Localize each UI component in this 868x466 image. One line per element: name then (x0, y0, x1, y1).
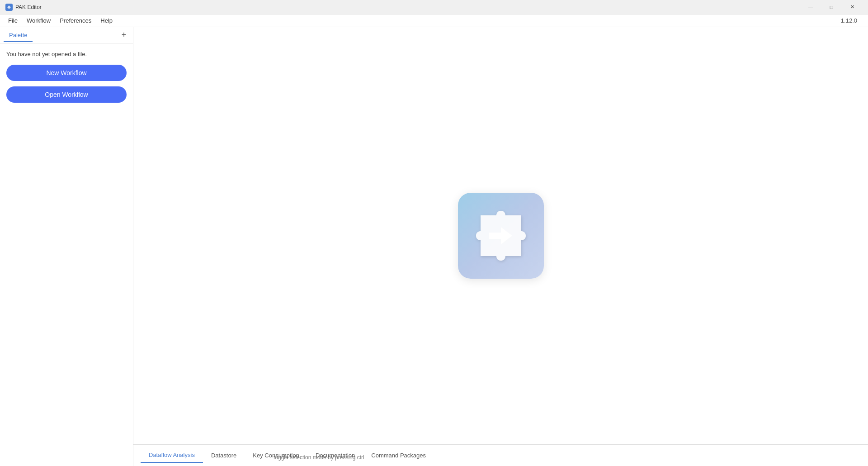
no-file-message: You have not yet opened a file. (6, 51, 127, 57)
app-logo (458, 193, 544, 279)
canvas-main (133, 27, 868, 444)
maximize-button[interactable]: □ (821, 0, 842, 14)
menu-help[interactable]: Help (96, 15, 117, 26)
bottom-tab-datastore[interactable]: Datastore (203, 448, 245, 462)
app-title: PAK Editor (15, 4, 800, 10)
close-button[interactable]: ✕ (842, 0, 863, 14)
open-workflow-button[interactable]: Open Workflow (6, 86, 127, 103)
bottom-tab-command-packages[interactable]: Command Packages (363, 448, 434, 462)
main-container: Palette + You have not yet opened a file… (0, 27, 868, 466)
window-controls: — □ ✕ (800, 0, 863, 14)
bottom-tab-dataflow-analysis[interactable]: Dataflow Analysis (141, 448, 203, 463)
new-workflow-button[interactable]: New Workflow (6, 65, 127, 81)
bottom-tab-bar: Dataflow AnalysisDatastoreKey Consumptio… (133, 444, 868, 466)
canvas-area: toggle selection mode by pressing ctrl D… (133, 27, 868, 466)
sidebar-content: You have not yet opened a file. New Work… (0, 43, 133, 466)
menu-preferences[interactable]: Preferences (55, 15, 96, 26)
menu-workflow[interactable]: Workflow (22, 15, 55, 26)
menu-file[interactable]: File (4, 15, 22, 26)
sidebar-tab-bar: Palette + (0, 27, 133, 43)
bottom-tab-key-consumption[interactable]: Key Consumption (245, 448, 307, 462)
version-label: 1.12.0 (841, 17, 864, 24)
palette-tab[interactable]: Palette (4, 29, 33, 42)
menu-bar: File Workflow Preferences Help 1.12.0 (0, 14, 868, 27)
minimize-button[interactable]: — (800, 0, 821, 14)
sidebar: Palette + You have not yet opened a file… (0, 27, 133, 466)
bottom-tab-documentation[interactable]: Documentation (307, 448, 363, 462)
add-tab-button[interactable]: + (118, 30, 129, 41)
app-icon (5, 4, 13, 11)
title-bar: PAK Editor — □ ✕ (0, 0, 868, 14)
logo-svg (472, 206, 530, 265)
